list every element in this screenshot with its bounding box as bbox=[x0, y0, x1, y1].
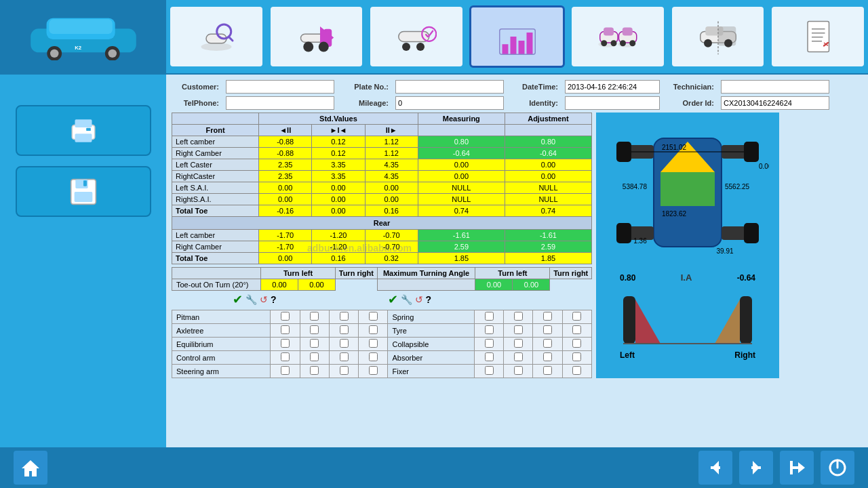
half-car-button[interactable] bbox=[671, 5, 766, 68]
back-button[interactable] bbox=[698, 451, 732, 485]
rsai-std1: 0.00 bbox=[259, 194, 312, 205]
ca-cb4[interactable] bbox=[359, 351, 388, 365]
technician-input[interactable] bbox=[721, 80, 829, 94]
col-blank bbox=[172, 113, 259, 125]
tyre-cb3[interactable] bbox=[533, 324, 562, 338]
eq-cb3[interactable] bbox=[329, 338, 358, 351]
power-button[interactable] bbox=[821, 451, 854, 485]
rlc-std1: -1.70 bbox=[259, 230, 312, 241]
eq-cb4[interactable] bbox=[359, 338, 388, 351]
svg-point-3 bbox=[50, 49, 58, 58]
identity-input[interactable] bbox=[565, 96, 660, 110]
print-button[interactable] bbox=[16, 105, 151, 156]
spring-cb1[interactable] bbox=[474, 310, 503, 324]
svg-rect-30 bbox=[604, 28, 614, 36]
spring-cb2[interactable] bbox=[504, 310, 533, 324]
check-button[interactable] bbox=[369, 5, 464, 68]
pitman-cb1[interactable] bbox=[271, 310, 300, 324]
coll-cb2[interactable] bbox=[504, 338, 533, 351]
fixer-cb2[interactable] bbox=[504, 365, 533, 378]
rlc-measuring: -1.61 bbox=[418, 230, 505, 241]
exit-button[interactable] bbox=[780, 451, 814, 485]
rc-std2: 0.12 bbox=[312, 148, 365, 159]
orderid-input[interactable] bbox=[721, 96, 829, 110]
axletree-cb3[interactable] bbox=[329, 324, 358, 338]
sa-cb3[interactable] bbox=[329, 365, 358, 378]
save-button[interactable] bbox=[16, 166, 151, 217]
ca-cb1[interactable] bbox=[271, 351, 300, 365]
mileage-input[interactable] bbox=[395, 96, 504, 110]
telephone-input[interactable] bbox=[226, 96, 334, 110]
tyre-cb2[interactable] bbox=[504, 324, 533, 338]
document-button[interactable] bbox=[770, 5, 865, 68]
nav-bar bbox=[0, 447, 868, 488]
power-icon bbox=[827, 458, 848, 478]
turn-values-row: Toe-out On Turn (20°) 0.00 0.00 0.00 0.0… bbox=[172, 279, 592, 291]
abs-cb3[interactable] bbox=[533, 351, 562, 365]
rcas-std1: 2.35 bbox=[259, 171, 312, 182]
spring-label: Spring bbox=[388, 310, 474, 324]
wrench-icon-left: 🔧 bbox=[245, 294, 257, 305]
sa-cb2[interactable] bbox=[300, 365, 329, 378]
forward-button[interactable] bbox=[269, 5, 364, 68]
fixer-cb4[interactable] bbox=[562, 365, 591, 378]
pitman-cb4[interactable] bbox=[359, 310, 388, 324]
tyre-cb4[interactable] bbox=[562, 324, 591, 338]
measuring-header: Measuring bbox=[418, 113, 505, 125]
checkbox-row: Axletree Tyre bbox=[172, 324, 592, 338]
ia-labels-row: Left Right bbox=[620, 350, 755, 360]
dual-car-button[interactable] bbox=[570, 5, 665, 68]
forward-nav-button[interactable] bbox=[739, 451, 773, 485]
rcas-std2: 3.35 bbox=[312, 171, 365, 182]
eq-cb2[interactable] bbox=[300, 338, 329, 351]
abs-cb1[interactable] bbox=[474, 351, 503, 365]
table-row: RightCaster 2.35 3.35 4.35 0.00 0.00 bbox=[172, 171, 592, 182]
search-button[interactable] bbox=[169, 5, 264, 68]
home-button[interactable] bbox=[14, 451, 47, 485]
ia-diagram: 0.80 I.A -0.64 bbox=[620, 272, 755, 360]
eq-cb1[interactable] bbox=[271, 338, 300, 351]
tyre-cb1[interactable] bbox=[474, 324, 503, 338]
datetime-input[interactable] bbox=[565, 80, 660, 94]
fixer-cb1[interactable] bbox=[474, 365, 503, 378]
rrc-measuring: 2.59 bbox=[418, 241, 505, 253]
ca-cb2[interactable] bbox=[300, 351, 329, 365]
sa-cb4[interactable] bbox=[359, 365, 388, 378]
left-sai-label: Left S.A.I. bbox=[172, 182, 259, 194]
diagram-bottom-mid-val: 1823.62 bbox=[662, 210, 687, 218]
svg-rect-26 bbox=[526, 33, 532, 54]
coll-cb3[interactable] bbox=[533, 338, 562, 351]
car-logo-image: K2 bbox=[16, 13, 151, 60]
svg-rect-35 bbox=[623, 28, 633, 36]
axletree-cb2[interactable] bbox=[300, 324, 329, 338]
ca-cb3[interactable] bbox=[329, 351, 358, 365]
customer-input[interactable] bbox=[226, 80, 334, 94]
lc-std2: 0.12 bbox=[312, 136, 365, 148]
lsai-adjustment: NULL bbox=[505, 182, 591, 194]
axletree-cb4[interactable] bbox=[359, 324, 388, 338]
abs-cb2[interactable] bbox=[504, 351, 533, 365]
coll-cb1[interactable] bbox=[474, 338, 503, 351]
svg-rect-53 bbox=[75, 134, 92, 142]
rc-measuring: -0.64 bbox=[418, 148, 505, 159]
identity-label: Identity: bbox=[511, 99, 558, 107]
plate-input[interactable] bbox=[395, 80, 504, 94]
coll-cb4[interactable] bbox=[562, 338, 591, 351]
pitman-cb2[interactable] bbox=[300, 310, 329, 324]
ftt-std3: 0.16 bbox=[365, 205, 418, 217]
abs-cb4[interactable] bbox=[562, 351, 591, 365]
refresh-icon-left: ↺ bbox=[260, 294, 268, 305]
home-icon bbox=[20, 458, 41, 478]
fixer-cb3[interactable] bbox=[533, 365, 562, 378]
svg-rect-66 bbox=[616, 223, 631, 243]
wrench-icon-right: 🔧 bbox=[401, 294, 412, 305]
chart-button[interactable] bbox=[469, 5, 566, 68]
pitman-cb3[interactable] bbox=[329, 310, 358, 324]
steering-arm-label: Steering arm bbox=[172, 365, 271, 378]
rlc-std3: -0.70 bbox=[365, 230, 418, 241]
sa-cb1[interactable] bbox=[271, 365, 300, 378]
spring-cb3[interactable] bbox=[533, 310, 562, 324]
axletree-cb1[interactable] bbox=[271, 324, 300, 338]
spring-cb4[interactable] bbox=[562, 310, 591, 324]
svg-rect-54 bbox=[86, 127, 91, 130]
